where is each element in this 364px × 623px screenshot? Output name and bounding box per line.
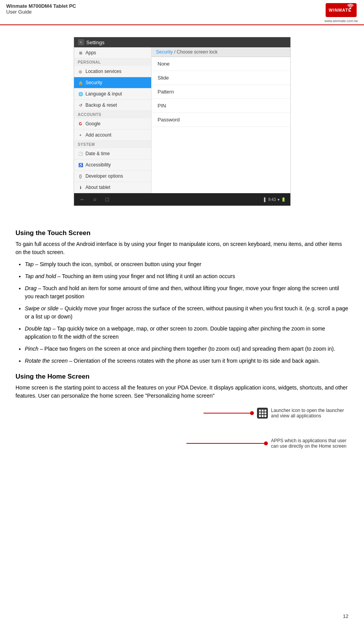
titlebar-label: Settings [86, 40, 105, 45]
sidebar-label-location: Location services [86, 69, 122, 74]
panel-option-slide[interactable]: Slide [152, 71, 290, 85]
callout-launcher-text: Launcher icon to open the launcher and v… [271, 408, 348, 419]
sidebar-label-add-account: Add account [86, 132, 112, 138]
developer-icon: {} [78, 173, 83, 179]
sidebar-label-about: About tablet [86, 185, 110, 190]
bullet-pinch: Pinch – Place two fingers on the screen … [25, 345, 348, 353]
sidebar-label-apps: Apps [86, 50, 96, 55]
recent-button[interactable]: □ [104, 196, 111, 203]
grid-dot [259, 412, 261, 414]
sidebar-section-accounts: ACCOUNTS [74, 111, 151, 118]
logo-text: WINMATE [326, 3, 357, 19]
android-content: ⊞ Apps PERSONAL ◎ Location services 🔒 Se… [74, 47, 290, 193]
panel-breadcrumb: Security / Choose screen lock [152, 47, 290, 57]
callout-launcher: Launcher icon to open the launcher and v… [204, 408, 348, 419]
bullet-tap: Tap – Simply touch the icon, symbol, or … [25, 260, 348, 268]
logo-box: WINMATE www.winmate.com.tw [324, 3, 358, 23]
panel-option-none[interactable]: None [152, 57, 290, 71]
sidebar-section-personal: PERSONAL [74, 59, 151, 66]
about-icon: ℹ [78, 185, 83, 190]
google-icon: G [78, 121, 83, 126]
logo-website: www.winmate.com.tw [324, 19, 358, 23]
panel-option-pin[interactable]: PIN [152, 99, 290, 113]
header-left: Winmate M700DM4 Tablet PC User Guide [6, 3, 76, 15]
document-header: Winmate M700DM4 Tablet PC User Guide WIN… [0, 0, 364, 25]
bullet-double-tap-term: Double tap [25, 325, 51, 332]
grid-dot [264, 410, 266, 412]
bullet-swipe-desc: Quickly move your finger across the surf… [25, 305, 348, 320]
page-number: 12 [343, 613, 348, 619]
sidebar-label-datetime: Date & time [86, 151, 110, 156]
sidebar-item-security[interactable]: 🔒 Security [74, 77, 151, 88]
grid-dot [262, 415, 264, 417]
doc-subtitle: User Guide [6, 9, 76, 15]
sidebar-item-datetime[interactable]: 🕐 Date & time [74, 148, 151, 159]
callout-apps-text: APPS which is applications that user can… [271, 438, 348, 449]
bullet-drag: Drag – Touch and hold an item for some a… [25, 284, 348, 301]
callout-dot-1 [250, 411, 254, 415]
settings-sidebar: ⊞ Apps PERSONAL ◎ Location services 🔒 Se… [74, 47, 152, 193]
panel-option-password[interactable]: Password [152, 113, 290, 127]
callout-line-1 [204, 413, 250, 414]
home-button[interactable]: ○ [91, 196, 99, 203]
accessibility-icon: ♿ [78, 162, 83, 168]
doc-title: Winmate M700DM4 Tablet PC [6, 3, 76, 9]
sidebar-item-google[interactable]: G Google [74, 118, 151, 130]
touch-screen-heading: Using the Touch Screen [16, 229, 348, 237]
grid-dot [259, 415, 261, 417]
android-bottom-bar: ← ○ □ ▌ 9:43 ▾ 🔋 [74, 193, 290, 206]
sidebar-item-apps[interactable]: ⊞ Apps [74, 47, 151, 59]
grid-dot [262, 412, 264, 414]
location-icon: ◎ [78, 69, 83, 74]
sidebar-item-language[interactable]: 🌐 Language & input [74, 88, 151, 100]
back-button[interactable]: ← [79, 196, 86, 203]
status-time: 9:43 [268, 197, 276, 202]
security-icon: 🔒 [78, 80, 83, 85]
doc-content: Using the Touch Screen To gain full acce… [0, 218, 364, 457]
add-account-icon: + [78, 132, 83, 138]
bullet-drag-term: Drag [25, 285, 36, 291]
sidebar-item-location[interactable]: ◎ Location services [74, 66, 151, 77]
bullet-tap-hold: Tap and hold – Touching an item using yo… [25, 272, 348, 280]
bullet-pinch-desc: Place two fingers on the screen at once … [45, 346, 335, 352]
sidebar-label-language: Language & input [86, 91, 122, 97]
callout-apps: APPS which is applications that user can… [186, 438, 348, 449]
sidebar-item-accessibility[interactable]: ♿ Accessibility [74, 159, 151, 171]
bullet-pinch-term: Pinch [25, 346, 38, 352]
winmate-logo-svg: WINMATE [326, 3, 357, 17]
status-wifi: ▾ [278, 197, 279, 202]
callout-dot-2 [264, 441, 268, 445]
launcher-icon-grid [259, 410, 266, 417]
sidebar-item-add-account[interactable]: + Add account [74, 130, 151, 141]
sidebar-label-backup: Backup & reset [86, 102, 117, 108]
home-screen-heading: Using the Home Screen [16, 373, 348, 381]
bullet-double-tap: Double tap – Tap quickly twice on a webp… [25, 325, 348, 341]
bullet-double-tap-desc: Tap quickly twice on a webpage, map, or … [25, 325, 325, 340]
language-icon: 🌐 [78, 91, 83, 97]
sidebar-label-security: Security [86, 80, 102, 85]
panel-option-pattern[interactable]: Pattern [152, 85, 290, 99]
apps-icon: ⊞ [78, 50, 83, 55]
sidebar-item-developer[interactable]: {} Developer options [74, 171, 151, 182]
bullet-drag-desc: Touch and hold an item for some amount o… [25, 285, 339, 299]
bullet-tap-term: Tap [25, 261, 34, 267]
touch-screen-intro: To gain full access of the Android inter… [16, 240, 348, 256]
status-signal: ▌ [264, 197, 267, 202]
panel-security-link[interactable]: Security [156, 49, 173, 55]
callout-line-2 [186, 443, 264, 444]
nav-buttons: ← ○ □ [79, 196, 111, 203]
sidebar-item-backup[interactable]: ↺ Backup & reset [74, 100, 151, 111]
bullet-tap-hold-term: Tap and hold [25, 273, 56, 279]
titlebar-icon: ≡ [78, 39, 84, 45]
bullet-swipe-term: Swipe or slide [25, 305, 59, 312]
status-bar: ▌ 9:43 ▾ 🔋 [264, 197, 286, 202]
sidebar-label-developer: Developer options [86, 173, 123, 179]
grid-dot [259, 410, 261, 412]
svg-point-2 [350, 7, 351, 9]
android-screenshot: ≡ Settings ⊞ Apps PERSONAL ◎ Location se… [74, 37, 291, 206]
grid-dot [262, 410, 264, 412]
bullet-rotate: Rotate the screen – Orientation of the s… [25, 357, 348, 365]
home-screen-intro: Home screen is the starting point to acc… [16, 384, 348, 400]
sidebar-item-about[interactable]: ℹ About tablet [74, 182, 151, 193]
android-titlebar: ≡ Settings [74, 37, 290, 47]
